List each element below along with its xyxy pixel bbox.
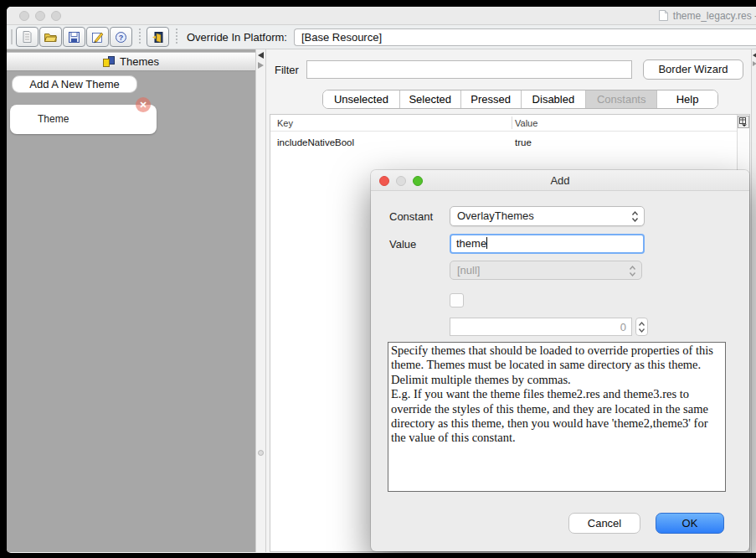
save-button[interactable] [63,27,85,47]
theme-item-label: Theme [38,113,69,125]
edit-pencil-icon [91,31,104,44]
document-icon [658,9,669,22]
null-select-value: [null] [457,264,480,276]
style-tabs: Unselected Selected Pressed Disabled Con… [322,90,718,109]
row-value-cell: true [515,137,532,147]
cancel-button[interactable]: Cancel [568,513,640,534]
value-input-text: theme [456,237,486,250]
column-divider[interactable] [512,116,512,129]
platform-select-value: [Base Resource] [301,31,382,44]
collapse-right-icon[interactable] [258,62,264,69]
border-wizard-button[interactable]: Border Wizard [643,59,743,80]
dialog-title: Add [371,170,749,191]
sidebar-splitter[interactable] [255,49,266,552]
chevron-updown-disabled-icon [629,265,636,280]
constants-table-header: Key Value [270,115,737,132]
add-constant-dialog: Add Constant OverlayThemes Value theme [… [371,170,749,551]
dialog-titlebar: Add [371,170,749,191]
window-titlebar: theme_legacy.res - [7,7,756,25]
tab-disabled[interactable]: Disabled [522,90,587,108]
column-control-icon [739,117,748,127]
add-theme-button[interactable]: Add A New Theme [12,75,137,93]
dialog-zoom-icon[interactable] [413,176,423,186]
column-control-button[interactable] [738,116,749,128]
text-caret [486,237,487,249]
open-file-button[interactable] [39,27,62,47]
null-select: [null] [450,261,642,280]
stepper-chevrons-icon [638,321,645,333]
help-button[interactable]: ? [110,27,132,47]
tab-unselected[interactable]: Unselected [323,90,400,108]
collapse-left-icon[interactable] [258,52,264,59]
filter-label: Filter [275,64,299,76]
constant-select[interactable]: OverlayThemes [450,206,645,226]
chevron-updown-icon [631,210,639,225]
tab-help[interactable]: Help [657,90,717,108]
toolbar-separator [139,28,141,45]
right-splitter[interactable] [751,49,756,553]
tab-constants[interactable]: Constants [586,90,657,108]
exit-door-icon [152,31,164,44]
dialog-close-icon[interactable] [379,176,389,186]
value-input[interactable]: theme [450,234,645,254]
ok-button[interactable]: OK [656,513,724,534]
themes-icon [103,56,115,67]
new-file-button[interactable] [16,27,39,47]
number-spinner-input[interactable]: 0 [450,318,632,336]
close-window-icon[interactable] [19,11,29,21]
dialog-minimize-icon [396,176,406,186]
table-row[interactable]: includeNativeBool true [270,132,737,153]
constant-description-text: Specify themes that should be loaded to … [388,342,726,492]
open-folder-icon [44,31,58,44]
override-platform-label: Override In Platform: [187,31,287,44]
themes-panel-title: Themes [120,55,159,68]
svg-text:?: ? [119,34,124,42]
exit-button[interactable] [147,27,169,47]
theme-list-item[interactable]: Theme ✕ [10,105,157,134]
number-spinner-value: 0 [620,321,626,333]
number-spinner-stepper[interactable] [635,318,648,336]
row-key-cell: includeNativeBool [277,137,354,147]
toolbar-grip [11,29,13,44]
save-icon [68,31,80,44]
new-file-icon [21,30,33,44]
column-header-key[interactable]: Key [277,118,293,128]
right-collapse-right-icon[interactable] [753,61,756,66]
minimize-window-icon[interactable] [35,11,45,21]
splitter-grip[interactable] [258,450,264,456]
themes-sidebar: Themes Add A New Theme Theme ✕ [7,49,255,552]
boolean-checkbox[interactable] [450,293,464,307]
right-collapse-left-icon[interactable] [753,53,756,58]
tab-pressed[interactable]: Pressed [461,90,522,108]
toolbar-separator-2 [176,28,177,45]
delete-theme-icon[interactable]: ✕ [136,97,151,112]
column-header-value[interactable]: Value [515,118,537,128]
themes-panel-header: Themes [7,52,255,71]
tab-selected[interactable]: Selected [400,90,461,108]
window-title: theme_legacy.res - [658,9,756,22]
edit-button[interactable] [86,27,109,47]
zoom-window-icon[interactable] [51,11,61,21]
platform-select[interactable]: [Base Resource] [294,28,756,46]
toolbar: ? Override In Platform: [Base Resource] [7,25,756,49]
window-title-text: theme_legacy.res - [673,10,756,22]
filter-input[interactable] [306,60,632,79]
constant-select-value: OverlayThemes [457,209,534,222]
value-label: Value [389,238,416,251]
help-icon: ? [115,31,127,44]
constant-label: Constant [389,210,433,223]
